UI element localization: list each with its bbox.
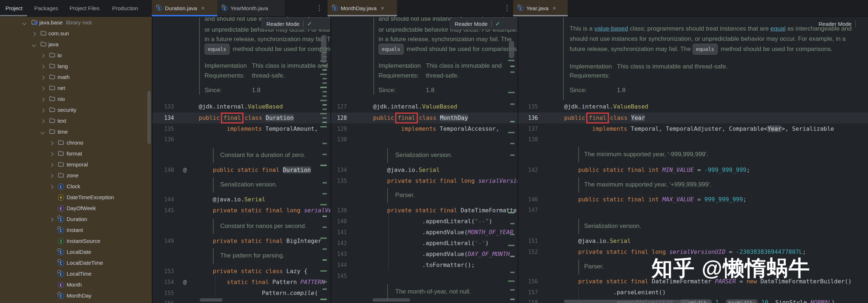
pane-divider (152, 16, 152, 303)
code-token: @jdk.internal. (564, 103, 613, 110)
code-token: ( (314, 290, 318, 296)
editor-tab-label: Year.java (526, 5, 548, 11)
code-token: static final (227, 279, 272, 286)
gutter-annotation-icon[interactable]: @ (183, 165, 187, 176)
reader-mode-toggle[interactable]: Reader Mode✓ (450, 17, 518, 30)
tree-item-format[interactable]: format (0, 149, 152, 160)
chevron-right-icon[interactable] (40, 64, 44, 68)
tree-item-net[interactable]: net (0, 83, 152, 94)
doc-link[interactable]: equal (770, 25, 786, 32)
editor-pane-monthday.java[interactable]: and should not use instances for synchro… (331, 17, 518, 303)
tree-item-math[interactable]: math (0, 72, 152, 83)
tree-item-time[interactable]: time (0, 127, 152, 138)
view-tab-production[interactable]: Production (112, 0, 138, 16)
tree-item-lang[interactable]: lang (0, 61, 152, 72)
code-token: , (719, 299, 726, 303)
chevron-right-icon[interactable] (40, 75, 44, 79)
scrollbar-change-marker (320, 87, 327, 88)
editor-tab-duration.java[interactable]: CDuration.java× (152, 0, 217, 16)
chevron-right-icon[interactable] (40, 86, 44, 90)
tree-item-localtime[interactable]: CLocalTime (0, 269, 152, 280)
chevron-down-icon[interactable] (32, 43, 36, 47)
close-icon[interactable]: × (552, 5, 556, 11)
horizontal-scrollbar-thumb[interactable] (373, 298, 410, 302)
chevron-down-icon[interactable] (40, 130, 44, 134)
horizontal-scrollbar-thumb[interactable] (200, 298, 222, 302)
tree-item-temporal[interactable]: temporal (0, 160, 152, 170)
code-token: Pattern. (262, 290, 290, 296)
code-token: @java.io. (199, 196, 244, 203)
chevron-right-icon[interactable] (40, 108, 44, 112)
code-token: ) (831, 299, 835, 303)
scrollbar-change-marker (322, 109, 327, 110)
tree-item-localdate[interactable]: CLocalDate (0, 247, 152, 258)
chevron-right-icon[interactable] (40, 54, 44, 58)
chevron-right-icon[interactable] (49, 152, 53, 156)
tree-item-nio[interactable]: nio (0, 94, 152, 105)
code-text: .appendLiteral("--") (373, 216, 492, 227)
scrollbar-change-marker (320, 100, 327, 101)
tree-item-dayofweek[interactable]: EDayOfWeek (0, 203, 152, 214)
reader-mode-toggle[interactable]: Reader Mode✓ (262, 17, 330, 30)
view-tab-project[interactable]: Project (5, 0, 23, 16)
project-tree[interactable]: java.baselibrary rootcom.sunjavaiolangma… (0, 17, 152, 303)
gutter-annotation-icon[interactable]: @ (183, 277, 187, 288)
file-class-icon: C (518, 5, 523, 11)
tree-item-instant[interactable]: CInstant (0, 225, 152, 236)
editor-tab-yearmonth.java[interactable]: CYearMonth.java (217, 0, 285, 16)
tree-item-security[interactable]: security (0, 105, 152, 116)
tree-item-duration[interactable]: CDuration (0, 214, 152, 225)
code-text: implements TemporalAmount, (199, 123, 318, 134)
chevron-right-icon[interactable] (49, 174, 53, 178)
view-tab-project-files[interactable]: Project Files (70, 0, 100, 16)
editor-tab-label: MonthDay.java (341, 5, 377, 11)
close-icon[interactable]: × (381, 5, 384, 11)
tree-item-instantsource[interactable]: IInstantSource (0, 236, 152, 247)
tree-item-datetimeexception[interactable]: DateTimeException (0, 192, 152, 203)
chevron-down-icon[interactable] (22, 21, 26, 25)
editor-tab-year.java[interactable]: CYear.java× (513, 0, 568, 16)
tree-item-com.sun[interactable]: com.sun (0, 28, 152, 39)
vertical-scrollbar-thumb[interactable] (321, 35, 326, 63)
tree-item-localdatetime[interactable]: CLocalDateTime (0, 258, 152, 269)
scrollbar-change-marker (322, 216, 327, 217)
tree-item-zone[interactable]: zone (0, 170, 152, 181)
horizontal-scrollbar-thumb[interactable] (564, 300, 689, 303)
tree-item-monthday[interactable]: CMonthDay (0, 291, 152, 302)
doc-code-chip: equals (378, 44, 404, 55)
tree-item-clock[interactable]: CClock (0, 181, 152, 192)
reader-mode-toggle[interactable]: Reader Mode (814, 17, 868, 30)
tree-item-java.base[interactable]: java.baselibrary root (0, 17, 152, 28)
tab-list-more-icon[interactable]: ⋮ (316, 4, 322, 13)
tree-item-io[interactable]: io (0, 50, 152, 61)
close-icon[interactable]: × (201, 5, 205, 11)
vertical-scrollbar-thumb[interactable] (509, 41, 514, 58)
chevron-right-icon[interactable] (49, 141, 53, 145)
tree-item-label: LocalDateTime (67, 260, 103, 266)
tree-item-label: text (58, 118, 66, 124)
code-token: @jdk.internal. (199, 103, 248, 110)
doc-comment-line: should not use instances for synchroniza… (570, 34, 846, 44)
view-tab-packages[interactable]: Packages (34, 0, 58, 16)
line-number: 158 (518, 297, 538, 303)
tree-item-text[interactable]: text (0, 116, 152, 127)
tree-item-month[interactable]: EMonth (0, 280, 152, 291)
chevron-right-icon[interactable] (49, 185, 53, 189)
editor-tab-monthday.java[interactable]: CMonthDay.java× (328, 0, 397, 16)
chevron-right-icon[interactable] (40, 119, 44, 123)
doc-link[interactable]: value-based (594, 25, 628, 32)
tab-list-more-icon[interactable]: ⋮ (504, 4, 510, 13)
line-number: 151 (518, 236, 538, 247)
chevron-right-icon[interactable] (32, 32, 36, 36)
editor-pane-duration.java[interactable]: and should not use instances for synchro… (152, 17, 330, 303)
code-line: 138 (518, 134, 868, 145)
tree-item-chrono[interactable]: chrono (0, 138, 152, 149)
tree-item-java[interactable]: java (0, 39, 152, 50)
scrollbar-change-marker (510, 121, 515, 122)
active-tab-underline (513, 15, 568, 16)
chevron-right-icon[interactable] (40, 97, 44, 101)
chevron-right-icon[interactable] (49, 217, 53, 221)
indent-guide (388, 205, 389, 270)
line-number: 142 (331, 238, 347, 249)
chevron-right-icon[interactable] (49, 163, 53, 167)
